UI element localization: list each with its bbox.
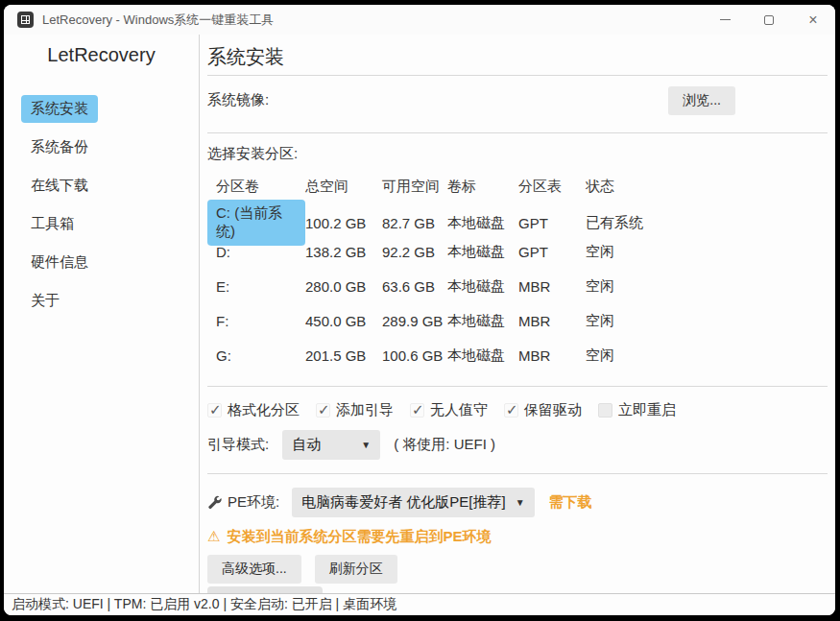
window-controls: × (703, 5, 835, 35)
partition-table-type: GPT (518, 215, 586, 231)
pe-environment-select[interactable]: 电脑病毒爱好者 优化版PE[推荐] ▼ (292, 488, 534, 517)
partition-status: 空闲 (586, 346, 828, 365)
checkbox-label: 无人值守 (430, 401, 488, 419)
pe-warning-text: 安装到当前系统分区需要先重启到PE环境 (227, 528, 491, 546)
volume-label: 本地磁盘 (447, 277, 518, 296)
wrench-icon (207, 495, 222, 510)
checkbox-icon (598, 403, 612, 418)
advanced-options-button[interactable]: 高级选项... (207, 555, 301, 584)
checkbox-unattended[interactable]: 无人值守 (410, 401, 488, 419)
total-space: 100.2 GB (305, 215, 382, 231)
partition-table: 分区卷 总空间 可用空间 卷标 分区表 状态 C: (当前系统) 100.2 G… (207, 173, 828, 372)
download-needed-badge: 需下载 (549, 493, 592, 512)
partition-status: 空闲 (586, 277, 828, 296)
action-buttons-row: 高级选项... 刷新分区 (207, 555, 828, 584)
free-space: 100.6 GB (382, 347, 447, 364)
pe-warning-row: ⚠ 安装到当前系统分区需要先重启到PE环境 (207, 528, 828, 545)
minimize-button[interactable] (703, 5, 747, 35)
divider (207, 75, 828, 76)
free-space: 63.6 GB (382, 278, 447, 295)
pe-environment-row: PE环境: 电脑病毒爱好者 优化版PE[推荐] ▼ 需下载 (207, 489, 828, 515)
refresh-partitions-button[interactable]: 刷新分区 (315, 555, 397, 584)
sidebar-item-about[interactable]: 关于 (21, 287, 69, 315)
maximize-icon (764, 15, 774, 25)
main-panel: 系统安装 系统镜像: 浏览... 选择安装分区: 分区卷 总空间 可用空间 卷标… (200, 35, 835, 593)
maximize-button[interactable] (747, 5, 791, 35)
close-button[interactable]: × (791, 5, 835, 35)
checkbox-icon (504, 403, 518, 418)
free-space: 289.9 GB (382, 313, 447, 329)
status-bar: 启动模式: UEFI | TPM: 已启用 v2.0 | 安全启动: 已开启 |… (4, 593, 835, 615)
sidebar-item-online-download[interactable]: 在线下载 (21, 172, 98, 200)
warning-icon: ⚠ (207, 528, 220, 545)
status-bar-text: 启动模式: UEFI | TPM: 已启用 v2.0 | 安全启动: 已开启 |… (12, 596, 396, 613)
boot-mode-label: 引导模式: (207, 436, 269, 454)
browse-button[interactable]: 浏览... (668, 86, 735, 115)
free-space: 92.2 GB (382, 244, 447, 260)
col-header-label: 卷标 (447, 178, 518, 196)
checkbox-icon (410, 403, 424, 418)
app-window: LetRecovery - Windows系统一键重装工具 × LetRecov… (4, 5, 835, 615)
volume-name: C: (当前系统) (207, 200, 305, 246)
window-title: LetRecovery - Windows系统一键重装工具 (42, 12, 274, 29)
sidebar-nav: 系统安装 系统备份 在线下载 工具箱 硬件信息 关于 (4, 95, 199, 315)
volume-name: D: (216, 244, 230, 260)
checkbox-label: 保留驱动 (524, 401, 582, 419)
checkbox-icon (316, 403, 330, 418)
partition-status: 空闲 (586, 312, 828, 330)
partition-row-g[interactable]: G: 201.5 GB 100.6 GB 本地磁盘 MBR 空闲 (207, 338, 828, 372)
boot-mode-select[interactable]: 自动 ▼ (282, 430, 380, 460)
checkbox-label: 格式化分区 (228, 401, 300, 419)
brand-title: LetRecovery (4, 44, 199, 66)
partition-table-header: 分区卷 总空间 可用空间 卷标 分区表 状态 (207, 173, 828, 200)
volume-label: 本地磁盘 (447, 312, 518, 330)
divider (207, 473, 828, 474)
total-space: 280.0 GB (305, 278, 382, 295)
pe-environment-value: 电脑病毒爱好者 优化版PE[推荐] (301, 493, 506, 512)
divider (207, 386, 828, 387)
col-header-free: 可用空间 (382, 178, 447, 196)
partition-status: 空闲 (586, 243, 828, 261)
system-image-label: 系统镜像: (207, 91, 269, 109)
partition-row-e[interactable]: E: 280.0 GB 63.6 GB 本地磁盘 MBR 空闲 (207, 269, 828, 303)
install-button-cutoff[interactable] (207, 586, 323, 593)
total-space: 201.5 GB (305, 347, 382, 364)
volume-label: 本地磁盘 (447, 346, 518, 365)
volume-name: G: (216, 347, 231, 364)
sidebar-item-toolbox[interactable]: 工具箱 (21, 210, 84, 238)
close-icon: × (808, 12, 817, 28)
checkbox-icon (207, 403, 222, 418)
minimize-icon (720, 19, 731, 20)
total-space: 138.2 GB (305, 244, 382, 260)
checkbox-add-boot[interactable]: 添加引导 (316, 401, 394, 419)
sidebar-item-system-backup[interactable]: 系统备份 (21, 133, 98, 161)
col-header-parttable: 分区表 (518, 178, 586, 196)
checkbox-label: 立即重启 (618, 401, 676, 419)
volume-name: F: (216, 313, 228, 329)
page-title: 系统安装 (207, 44, 828, 71)
checkbox-keep-drivers[interactable]: 保留驱动 (504, 401, 582, 419)
total-space: 450.0 GB (305, 313, 382, 329)
sidebar-item-system-install[interactable]: 系统安装 (21, 95, 98, 123)
checkbox-restart-now[interactable]: 立即重启 (598, 401, 676, 419)
col-header-status: 状态 (586, 178, 828, 196)
boot-mode-hint: ( 将使用: UEFI ) (394, 436, 495, 454)
sidebar-item-hardware-info[interactable]: 硬件信息 (21, 249, 98, 276)
volume-name: E: (216, 278, 229, 295)
free-space: 82.7 GB (382, 215, 447, 231)
col-header-volume: 分区卷 (207, 178, 305, 196)
checkbox-label: 添加引导 (336, 401, 394, 419)
sidebar: LetRecovery 系统安装 系统备份 在线下载 工具箱 硬件信息 关于 (4, 35, 199, 593)
chevron-down-icon: ▼ (361, 440, 371, 450)
title-bar: LetRecovery - Windows系统一键重装工具 × (4, 5, 835, 35)
partition-row-f[interactable]: F: 450.0 GB 289.9 GB 本地磁盘 MBR 空闲 (207, 303, 828, 338)
checkbox-format-partition[interactable]: 格式化分区 (207, 401, 300, 419)
chevron-down-icon: ▼ (516, 497, 525, 508)
partition-row-c[interactable]: C: (当前系统) 100.2 GB 82.7 GB 本地磁盘 GPT 已有系统 (207, 200, 828, 234)
volume-label: 本地磁盘 (447, 214, 518, 232)
install-options-row: 格式化分区 添加引导 无人值守 保留驱动 立即重启 (207, 400, 828, 419)
app-logo-icon (17, 12, 34, 28)
partition-table-type: MBR (518, 347, 586, 364)
partition-table-type: GPT (518, 244, 586, 260)
divider (207, 132, 828, 133)
